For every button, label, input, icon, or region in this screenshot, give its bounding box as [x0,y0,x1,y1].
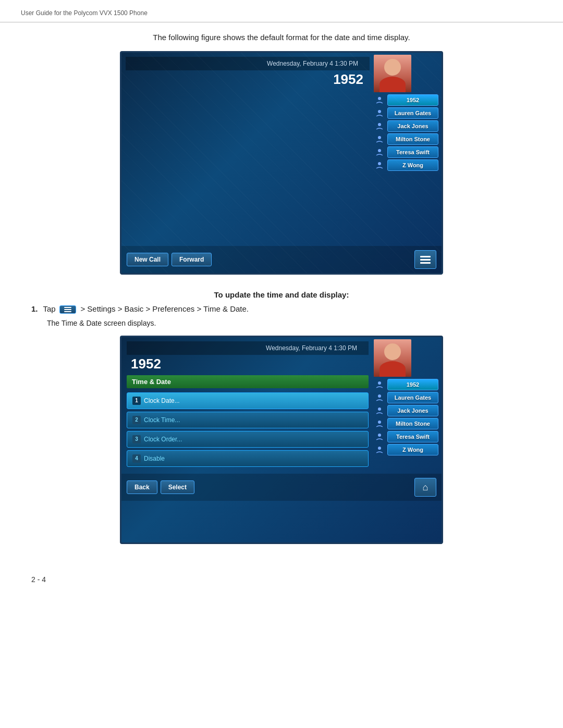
sidebar-btn-2[interactable]: Jack Jones [374,120,438,132]
menu-line-1 [420,256,431,257]
sidebar-icon-3 [374,133,385,145]
screen-bottom-bar-2: BackSelect ⌂ [121,474,442,501]
sidebar2-btn-0[interactable]: 1952 [374,379,438,390]
phone-header-1: Wednesday, February 4 1:30 PM [126,57,370,70]
tap-line-2 [64,309,71,310]
avatar-body-1 [380,77,406,92]
sidebar-label-0: 1952 [387,94,438,106]
avatar-area-2: 1952 Lauren Gates Jack Jones [374,337,442,458]
phone-header-2: Wednesday, February 4 1:30 PM [127,341,369,355]
sidebar-btn-3[interactable]: Milton Stone [374,133,438,145]
sidebar-btn-5[interactable]: Z Wong [374,159,438,171]
svg-point-5 [378,162,381,165]
tap-line-1 [64,307,71,308]
menu-icon-1 [420,256,431,264]
section-heading: To update the time and date display: [31,290,532,299]
bottom-action-btns-2: BackSelect [127,480,194,494]
sidebar-icon-4 [374,146,385,158]
screen-main-2: Wednesday, February 4 1:30 PM 1952 Time … [121,337,374,474]
phone2-action-btn-1[interactable]: Select [161,480,194,494]
time-date-header: Time & Date [127,375,369,388]
sidebar-btn-0[interactable]: 1952 [374,94,438,106]
menu-item-2[interactable]: 3 Clock Order... [127,431,369,448]
sidebar-btn-1[interactable]: Lauren Gates [374,107,438,119]
sidebar-label-5: Z Wong [387,159,438,171]
svg-point-4 [378,149,381,152]
menu-item-1[interactable]: 2 Clock Time... [127,412,369,428]
sidebar2-btn-1[interactable]: Lauren Gates [374,392,438,403]
sidebar-label-4: Teresa Swift [387,146,438,158]
sidebar2-label-0: 1952 [387,379,438,390]
sidebar2-icon-1 [374,392,385,403]
step-text-after: > Settings > Basic > Preferences > Time … [80,304,249,313]
home-button[interactable]: ⌂ [414,478,436,497]
sidebar-label-3: Milton Stone [387,133,438,145]
sidebar2-icon-5 [374,444,385,455]
sub-text: The Time & Date screen displays. [47,319,532,327]
svg-point-2 [378,123,381,126]
phone-left-1: Wednesday, February 4 1:30 PM 1952 [121,53,374,95]
sidebar2-label-5: Z Wong [387,444,438,455]
screen-top-row-1: Wednesday, February 4 1:30 PM 1952 [121,53,442,173]
bottom-action-btns-1: New CallForward [127,253,212,266]
page-number: 2 - 4 [31,575,46,584]
phone-ext-2: 1952 [127,355,369,375]
avatar-body-2 [380,361,406,377]
sidebar2-icon-4 [374,431,385,442]
page-footer: 2 - 4 [0,560,563,599]
phone-bottom-bar-1: New CallForward [121,246,442,273]
phone-datetime-1: Wednesday, February 4 1:30 PM [132,60,363,67]
sidebar2-btn-2[interactable]: Jack Jones [374,405,438,416]
step-number: 1. [31,304,38,313]
main-content: The following figure shows the default f… [0,33,563,544]
sidebar-icon-2 [374,120,385,132]
menu-item-num-2: 3 [132,435,141,443]
avatar-figure-2 [374,339,411,377]
sidebar2-label-1: Lauren Gates [387,392,438,403]
home-icon: ⌂ [423,482,429,493]
sidebar2-btn-5[interactable]: Z Wong [374,444,438,455]
phone-screen-1: Wednesday, February 4 1:30 PM 1952 [120,51,443,275]
phone1-action-btn-1[interactable]: Forward [172,253,212,266]
step-text-before: Tap [43,304,55,313]
menu-line-2 [420,259,431,261]
phone-ext-1: 1952 [126,70,370,91]
sidebar-btn-4[interactable]: Teresa Swift [374,146,438,158]
sidebar-icon-5 [374,159,385,171]
sidebar2-label-4: Teresa Swift [387,431,438,442]
menu-item-num-1: 2 [132,416,141,424]
menu-item-label-0: Clock Date... [144,397,180,404]
sidebar-1: 1952 Lauren Gates Jack Jones [374,92,442,173]
menu-item-3[interactable]: 4 Disable [127,450,369,467]
sidebar2-btn-4[interactable]: Teresa Swift [374,431,438,442]
phone-main-area-1 [121,173,442,246]
menu-item-0[interactable]: 1 Clock Date... [127,392,369,409]
phone-datetime-2: Wednesday, February 4 1:30 PM [133,344,362,352]
sidebar-icon-1 [374,107,385,119]
menu-items-container: 1 Clock Date... 2 Clock Time... 3 Clock … [127,392,369,467]
sidebar2-icon-0 [374,379,385,390]
header-title: User Guide for the Polycom VVX 1500 Phon… [21,9,148,17]
sidebar2-icon-3 [374,418,385,429]
menu-button-1[interactable] [414,250,436,269]
svg-point-10 [378,434,381,437]
intro-text: The following figure shows the default f… [31,33,532,42]
svg-point-6 [378,381,381,385]
sidebar2-btn-3[interactable]: Milton Stone [374,418,438,429]
page-header: User Guide for the Polycom VVX 1500 Phon… [0,0,563,22]
menu-item-num-0: 1 [132,397,141,405]
phone2-action-btn-0[interactable]: Back [127,480,157,494]
screen-top-row-2: Wednesday, February 4 1:30 PM 1952 Time … [121,337,442,474]
step-1-block: 1. Tap > Settings > Basic > Preferences … [31,304,532,314]
menu-item-label-2: Clock Order... [144,436,182,443]
phone-avatar-1 [374,55,411,92]
svg-point-8 [378,408,381,411]
sidebar2-icon-2 [374,405,385,416]
tap-button[interactable] [59,305,76,314]
svg-point-9 [378,421,381,424]
sidebar2-label-2: Jack Jones [387,405,438,416]
phone1-action-btn-0[interactable]: New Call [127,253,168,266]
avatar-head-1 [384,59,401,76]
svg-point-3 [378,136,381,139]
tap-line-3 [64,311,71,312]
